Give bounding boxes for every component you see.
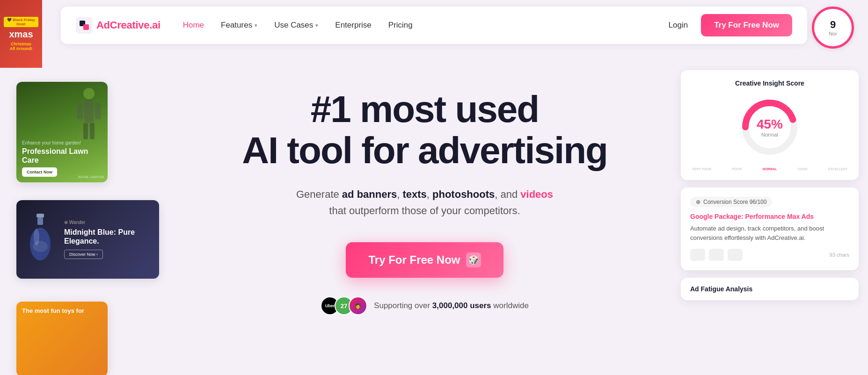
social-proof: Uber 27 👩 Supporting over 3,000,000 user… [321, 296, 529, 315]
perfume-ad: ⊕ Wander Midnight Blue: Pure Elegance. D… [16, 200, 159, 279]
score-number: 9 [830, 19, 836, 31]
char-count: 93 chars [830, 252, 849, 258]
cube-icon: 🎲 [466, 252, 481, 267]
insight-title: Creative Insight Score [690, 79, 849, 87]
conversion-header: ⊕ Conversion Score 96/100 [690, 197, 849, 207]
bottom-ad-card: The most fun toys for [16, 302, 108, 375]
svg-rect-2 [83, 24, 89, 30]
insight-score-card: Creative Insight Score 45% Normal VERY P… [681, 70, 859, 180]
hero-subtitle: Generate ad banners, texts, photoshoots,… [294, 186, 556, 219]
lawn-cta-button[interactable]: Contact Now [22, 167, 57, 177]
svg-rect-6 [95, 103, 101, 119]
christmas-subtitle: ChristmasAll Around! [10, 42, 33, 51]
highlight-texts: texts [402, 188, 426, 200]
conversion-score-card: ⊕ Conversion Score 96/100 Google Package… [681, 188, 859, 270]
avatar-user: 👩 [349, 296, 367, 315]
logo-icon [76, 17, 93, 34]
perfume-text: ⊕ Wander Midnight Blue: Pure Elegance. D… [64, 220, 152, 259]
scale-good: GOOD [797, 167, 807, 171]
svg-rect-5 [77, 103, 83, 119]
action-dot-3[interactable] [728, 249, 743, 261]
donut-chart-container: 45% Normal VERY POOR POOR NORMAL GOOD EX… [690, 94, 849, 171]
nav-home[interactable]: Home [183, 21, 204, 30]
action-dots [690, 249, 743, 261]
perfume-cta-button[interactable]: Discover Now › [64, 250, 103, 259]
logo[interactable]: AdCreative.ai [76, 17, 160, 34]
hero-cta-button[interactable]: Try For Free Now 🎲 [346, 242, 503, 278]
lawn-title: Professional Lawn Care [22, 147, 102, 165]
conversion-link[interactable]: Google Package: Performance Max Ads [690, 213, 849, 220]
nav-links: Home Features ▾ Use Cases ▾ Enterprise P… [183, 21, 669, 30]
christmas-banner: 🖤 Black Friday Deal! xmas ChristmasAll A… [0, 0, 42, 68]
avatar-group: Uber 27 👩 [321, 296, 367, 315]
conversion-badge-icon: ⊕ [696, 199, 700, 205]
hero-title: #1 most used AI tool for advertising [242, 89, 607, 171]
chevron-down-icon: ▾ [255, 22, 257, 29]
navbar: AdCreative.ai Home Features ▾ Use Cases … [61, 7, 807, 44]
donut-percent: 45% [757, 117, 783, 132]
svg-rect-9 [36, 214, 44, 217]
lawn-logo: ROYAL CANYON [78, 175, 104, 179]
perfume-bottle-image [24, 211, 57, 267]
wander-brand: ⊕ Wander [64, 220, 152, 225]
hero-section: #1 most used AI tool for advertising Gen… [178, 61, 671, 315]
conversion-badge-text: Conversion Score 96/100 [703, 199, 766, 205]
donut-center: 45% Normal [757, 117, 783, 137]
conversion-description: Automate ad design, track competitors, a… [690, 224, 849, 242]
scale-poor: POOR [732, 167, 742, 171]
donut-chart: 45% Normal [737, 94, 802, 160]
svg-rect-10 [37, 217, 43, 225]
right-widgets-panel: Creative Insight Score 45% Normal VERY P… [681, 61, 868, 300]
score-label: Nor [829, 31, 837, 36]
conversion-actions: 93 chars [690, 249, 849, 261]
svg-point-13 [33, 241, 48, 252]
highlight-photoshoots: photoshoots [432, 188, 495, 200]
logo-text: AdCreative.ai [96, 19, 160, 31]
nav-pricing[interactable]: Pricing [388, 21, 413, 30]
donut-label: Normal [757, 132, 783, 137]
login-button[interactable]: Login [669, 21, 688, 30]
svg-rect-4 [84, 100, 94, 123]
bottom-ad-text: The most fun toys for [16, 302, 108, 321]
conversion-badge: ⊕ Conversion Score 96/100 [690, 197, 772, 207]
score-circle-widget: 9 Nor [812, 7, 854, 49]
nav-use-cases[interactable]: Use Cases ▾ [274, 21, 318, 30]
nav-features[interactable]: Features ▾ [221, 21, 257, 30]
nav-right: Login Try For Free Now [669, 14, 792, 36]
highlight-banners: ad banners [342, 188, 397, 200]
action-dot-1[interactable] [690, 249, 705, 261]
scale-normal: NORMAL [763, 167, 777, 171]
nav-enterprise[interactable]: Enterprise [335, 21, 371, 30]
action-dot-2[interactable] [709, 249, 724, 261]
lawn-care-ad: Enhance your home garden! Professional L… [16, 82, 108, 182]
nav-cta-button[interactable]: Try For Free Now [701, 14, 792, 36]
svg-point-3 [83, 88, 95, 99]
highlight-videos: videos [520, 188, 553, 200]
scale-marks: VERY POOR POOR NORMAL GOOD EXCELLENT [690, 167, 849, 171]
left-ads-panel: 🖤 Black Friday Deal! xmas ChristmasAll A… [0, 0, 168, 375]
social-text: Supporting over 3,000,000 users worldwid… [374, 301, 529, 310]
ad-fatigue-card: Ad Fatigue Analysis [681, 278, 859, 300]
svg-rect-8 [90, 123, 95, 139]
black-friday-tag: 🖤 Black Friday Deal! [4, 17, 38, 27]
fatigue-title: Ad Fatigue Analysis [690, 285, 849, 293]
chevron-down-icon: ▾ [315, 22, 318, 29]
svg-rect-7 [83, 123, 88, 139]
xmas-text: xmas [9, 29, 33, 40]
scale-excellent: EXCELLENT [828, 167, 847, 171]
hero-cta-label: Try For Free Now [368, 253, 460, 267]
perfume-title: Midnight Blue: Pure Elegance. [64, 228, 152, 245]
scale-very-poor: VERY POOR [692, 167, 711, 171]
